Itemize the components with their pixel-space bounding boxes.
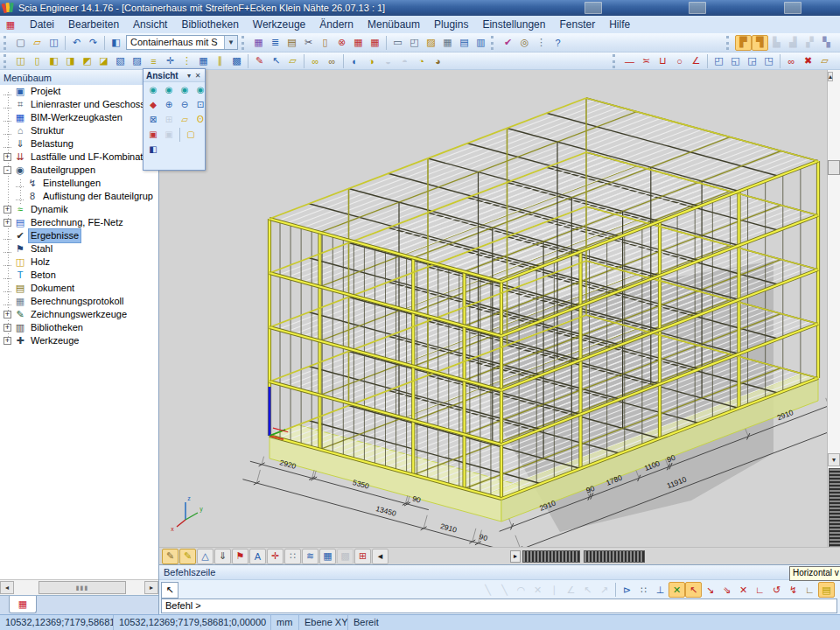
calculator-icon[interactable]: ▦	[439, 35, 456, 51]
select-cursor-icon[interactable]: ↖	[268, 53, 284, 69]
toolbar-grip[interactable]	[726, 36, 732, 50]
tree-item-load-cases[interactable]: +⇊Lastfälle und LF-Kombinati	[0, 150, 158, 164]
menu-werkzeuge[interactable]: Werkzeuge	[246, 17, 312, 32]
toolbar-grip[interactable]	[612, 54, 618, 68]
tree-item-calculation-report[interactable]: ▦Berechnungsprotokoll	[0, 295, 158, 308]
layers-icon[interactable]: ≣	[267, 35, 284, 51]
table-input-icon[interactable]: ▦	[350, 35, 367, 51]
mdi-document-icon[interactable]: ▦	[4, 18, 18, 31]
projection-3d-icon[interactable]: ◧	[145, 142, 161, 157]
redo-icon[interactable]: ↷	[85, 35, 102, 51]
draw-angle-icon[interactable]: ∠	[688, 53, 704, 69]
draw-level-icon[interactable]: ⊔	[654, 53, 671, 69]
menu--ndern[interactable]: Ändern	[312, 17, 360, 32]
tree-item-line-grid[interactable]: ⌗Linienraster und Geschosse	[0, 98, 158, 111]
render-wireframe-icon[interactable]: ✎	[162, 549, 178, 564]
copy-view-icon[interactable]: ◰	[710, 53, 727, 69]
table-results-icon[interactable]: ▦	[367, 35, 383, 51]
tree-item-settings[interactable]: ↯Einstellungen	[0, 177, 158, 190]
tile-windows-icon[interactable]: ▜	[752, 35, 768, 51]
unit-manager-icon[interactable]: ▦	[250, 35, 267, 51]
snap-tangent-icon[interactable]: ↺	[768, 582, 785, 598]
tree-item-project[interactable]: ▣Projekt	[0, 85, 158, 98]
show-load-labels-icon[interactable]: ⚑	[232, 549, 248, 564]
snap-intersection-icon[interactable]: ✕	[735, 582, 752, 598]
show-loads-icon[interactable]: ⇓	[214, 549, 231, 564]
horizontal-rotation-slider[interactable]	[584, 550, 645, 563]
scroll-down-icon[interactable]: ▾	[828, 453, 840, 466]
show-member-labels-icon[interactable]: A	[249, 549, 266, 564]
collapse-icon[interactable]: -	[4, 166, 11, 174]
show-fe-grid-icon[interactable]: ⊞	[354, 549, 371, 564]
toolbar-grip[interactable]	[242, 36, 247, 50]
menu-men-baum[interactable]: Menübaum	[360, 17, 427, 32]
print-icon[interactable]: ▭	[389, 35, 406, 51]
menu-fenster[interactable]: Fenster	[552, 17, 602, 32]
print-preview-icon[interactable]: ◰	[406, 35, 423, 51]
clipping-box-icon[interactable]: ◔	[413, 53, 430, 69]
close-service-icon[interactable]: ⊗	[333, 35, 350, 51]
activity-by-selection-icon[interactable]: ◐	[346, 53, 363, 69]
activity-glasses-inverse-icon[interactable]: ∞	[324, 53, 340, 69]
viewport-vertical-scrollbar[interactable]: ▴ ▾	[827, 70, 840, 547]
picture-gallery-icon[interactable]: ▨	[423, 35, 439, 51]
snap-midpoint-icon[interactable]: ✕	[668, 582, 685, 598]
expand-icon[interactable]: +	[4, 206, 11, 214]
command-input[interactable]: Befehl >	[161, 598, 837, 613]
activity-inverted-icon[interactable]: ◑	[363, 53, 380, 69]
snap-settings-icon[interactable]: ▤	[818, 582, 835, 598]
show-dot-grid-icon[interactable]: ∷	[284, 549, 301, 564]
draw-dimension-icon[interactable]: ≍	[638, 53, 654, 69]
open-project-icon[interactable]: ▱	[29, 35, 46, 51]
snap-cursor-icon[interactable]: ⊳	[619, 582, 635, 598]
draw-circle-icon[interactable]: ○	[671, 53, 688, 69]
paste-icon[interactable]: ▯	[317, 35, 333, 51]
tree-item-steel[interactable]: ⚑Stahl	[0, 242, 158, 256]
display-labels-icon[interactable]: ≡	[145, 53, 162, 69]
scroll-right-icon[interactable]: ▸	[144, 581, 158, 594]
structure-tab[interactable]: ▦	[9, 596, 37, 613]
print-picture-icon[interactable]: ▣	[145, 127, 161, 142]
stored-views-icon[interactable]: ▱	[177, 112, 192, 127]
activity-all-icon[interactable]: ◓	[396, 53, 413, 69]
expand-icon[interactable]: +	[4, 219, 11, 227]
collapse-toolbar-icon[interactable]: ◂	[372, 549, 388, 564]
expand-icon[interactable]: +	[4, 337, 11, 345]
status-units[interactable]: mm	[271, 615, 299, 630]
snap-edge-icon[interactable]: ⇘	[718, 582, 735, 598]
menu-plugins[interactable]: Plugins	[427, 17, 475, 32]
show-line-grid-icon[interactable]: ≋	[302, 549, 318, 564]
show-mesh-icon[interactable]: ▩	[337, 549, 354, 564]
tree-item-tools[interactable]: +✚Werkzeuge	[0, 334, 158, 347]
tree-item-concrete[interactable]: TBeton	[0, 269, 158, 282]
tree-item-member-groups[interactable]: -◉Bauteilgruppen	[0, 164, 158, 177]
undo-icon[interactable]: ↶	[68, 35, 85, 51]
member-list-icon[interactable]: ⋮	[533, 35, 550, 51]
animation-icon[interactable]: ◕	[430, 53, 446, 69]
display-supports-icon[interactable]: ◩	[79, 53, 95, 69]
display-masses-icon[interactable]: ▨	[129, 53, 145, 69]
activity-by-layers-icon[interactable]: ◒	[380, 53, 396, 69]
menu-bibliotheken[interactable]: Bibliotheken	[174, 17, 245, 32]
show-model-data-icon[interactable]: ▦	[319, 549, 336, 564]
view-along-y-icon[interactable]: ◉	[161, 82, 177, 97]
select-polygon-icon[interactable]: ▱	[284, 53, 301, 69]
expand-icon[interactable]: +	[4, 153, 11, 161]
scrollbar-thumb[interactable]	[828, 160, 840, 175]
collapse-icon[interactable]: ▾	[185, 72, 193, 80]
snap-endpoint-icon[interactable]: ↖	[685, 582, 702, 598]
snap-node-icon[interactable]: ↘	[702, 582, 718, 598]
zoom-out-icon[interactable]: ⊖	[177, 97, 192, 112]
expand-icon[interactable]: +	[4, 324, 11, 332]
display-beams-icon[interactable]: ◫	[12, 53, 29, 69]
snap-extension-icon[interactable]: ↗	[596, 582, 612, 598]
snap-angle-icon[interactable]: ∠	[563, 582, 579, 598]
cursor-tool-button[interactable]: ↖	[161, 582, 178, 598]
send-view-icon[interactable]: ◳	[760, 53, 777, 69]
view-wizard-icon[interactable]: ◲	[744, 53, 760, 69]
delete-view-icon[interactable]: ✖	[800, 53, 816, 69]
view-to-gallery-icon[interactable]: ◱	[727, 53, 744, 69]
report-icon[interactable]: ▥	[472, 35, 489, 51]
check-structure-icon[interactable]: ✔	[500, 35, 516, 51]
tree-item-results[interactable]: ✔Ergebnisse	[0, 229, 158, 242]
